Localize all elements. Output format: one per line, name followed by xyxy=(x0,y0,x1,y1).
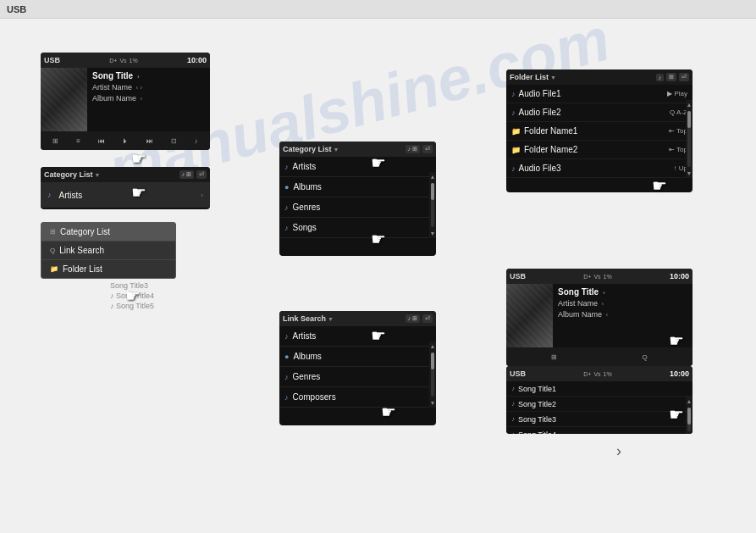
usb-main-screen: USB D+ Vs 1% 10:00 Song Title › Artist N… xyxy=(41,53,210,150)
usb-song-art-overlay xyxy=(506,284,553,347)
usb-controls[interactable]: ⊞ ≡ ⏮ ⏵ ⏭ ⊡ ♪ xyxy=(41,131,210,150)
usb-main-body: Song Title › Artist Name ‹ › Album Name … xyxy=(41,68,210,131)
link-scroll-down[interactable]: ▼ xyxy=(430,398,436,408)
usb-song-controls[interactable]: ⊞ Q xyxy=(506,347,693,366)
link-scroll-up[interactable]: ▲ xyxy=(430,341,436,351)
titles-scroll-up[interactable]: ▲ xyxy=(687,397,693,406)
cat-row-songs[interactable]: ♪ Songs xyxy=(279,218,436,238)
cat-small-artists-item[interactable]: ♪ Artists › xyxy=(41,182,210,208)
folder-scroll-up[interactable]: ▲ xyxy=(687,100,693,109)
usb-song-title: USB xyxy=(510,272,526,280)
link-search-icon: Q xyxy=(50,247,55,254)
dropdown-category-label: Category List xyxy=(60,227,110,236)
cursor-dropdown: ☛ xyxy=(125,286,141,306)
usb-titles-icon3: 1% xyxy=(604,371,612,377)
folder-btn1[interactable]: ♪ xyxy=(656,74,665,81)
artists-row-icon: ♪ xyxy=(284,163,289,171)
link-search-header-right: ♪ ⊞ ⏎ xyxy=(406,314,433,323)
audio1-icon: ♪ xyxy=(511,90,516,98)
folder1-action[interactable]: ⇤ Top xyxy=(669,127,687,135)
link-genres-icon: ♪ xyxy=(284,373,289,381)
usb-song-ctrl1[interactable]: ⊞ xyxy=(551,353,557,361)
cat-row-albums[interactable]: ● Albums xyxy=(279,177,436,197)
audio2-text: Audio File2 xyxy=(519,108,668,117)
song-row-3[interactable]: ♪ Song Title3 xyxy=(506,412,693,427)
folder-list-screen: Folder List ▼ ♪ ⊞ ⏎ ♪ Audio File1 ▶ Play… xyxy=(506,69,693,192)
cat-main-title-group: Category List ▼ xyxy=(283,145,339,153)
usb-song-artist-chevron: ‹ xyxy=(602,300,604,308)
folder-list-body: ♪ Audio File1 ▶ Play ♪ Audio File2 Q A-Z… xyxy=(506,85,693,178)
folder-dropdown-arrow: ▼ xyxy=(550,75,556,81)
cat-main-title: Category List xyxy=(283,145,332,153)
track-info: Song Title › Artist Name ‹ › Album Name … xyxy=(87,68,210,131)
link-row-albums[interactable]: ● Albums xyxy=(279,347,436,367)
usb-titles-body: ♪ Song Title1 ♪ Song Title2 ♪ Song Title… xyxy=(506,381,693,434)
cat-list-small-screen: Category List ▼ ♪ ⊞ ⏎ ♪ Artists › xyxy=(41,167,210,209)
folder-row-audio2[interactable]: ♪ Audio File2 Q A-Z xyxy=(506,103,693,122)
audio1-text: Audio File1 xyxy=(519,89,665,98)
usb-song-track-title: Song Title ‹ xyxy=(558,287,687,297)
cat-row-genres[interactable]: ♪ Genres xyxy=(279,197,436,218)
cursor-cat-small: ☛ xyxy=(131,182,146,203)
folder2-icon: 📁 xyxy=(511,146,521,154)
folder-row-audio1[interactable]: ♪ Audio File1 ▶ Play xyxy=(506,85,693,103)
link-back[interactable]: ⏎ xyxy=(422,314,433,323)
ctrl-source[interactable]: ⊡ xyxy=(171,137,177,145)
folder-scrollbar: ▲ ▼ xyxy=(686,100,693,178)
genres-row-text: Genres xyxy=(293,203,432,212)
usb-titles-title: USB xyxy=(510,369,526,378)
scroll-down-icon[interactable]: ▼ xyxy=(430,229,436,238)
titles-scroll-thumb xyxy=(687,408,691,425)
folder-icon: 📁 xyxy=(50,265,58,273)
dropdown-item-category[interactable]: ⊞ Category List xyxy=(41,223,175,242)
cat-small-btn1[interactable]: ♪ ⊞ xyxy=(179,170,194,179)
song-row-2[interactable]: ♪ Song Title2 xyxy=(506,397,693,412)
usb-titles-screen: USB D+ Vs 1% 10:00 ♪ Song Title1 ♪ Song … xyxy=(506,366,693,434)
folder-row-folder1[interactable]: 📁 Folder Name1 ⇤ Top xyxy=(506,122,693,141)
song-row-4[interactable]: ♪ Song Title4 xyxy=(506,427,693,434)
songs-row-icon: ♪ xyxy=(284,224,289,232)
cat-small-btn2[interactable]: ⏎ xyxy=(196,170,207,179)
dropdown-menu[interactable]: ⊞ Category List Q Link Search 📁 Folder L… xyxy=(41,222,176,279)
link-row-artists[interactable]: ♪ Artists xyxy=(279,326,436,347)
ctrl-prev[interactable]: ⏮ xyxy=(98,137,105,145)
folder2-action[interactable]: ⇤ Top xyxy=(669,146,687,153)
titles-scroll-down[interactable]: ▼ xyxy=(687,433,693,434)
ctrl-play[interactable]: ⏵ xyxy=(122,137,129,145)
cat-main-back[interactable]: ⏎ xyxy=(422,145,433,153)
usb-icon-1: D+ xyxy=(109,58,117,64)
link-search-header: Link Search ▼ ♪ ⊞ ⏎ xyxy=(279,311,436,326)
cat-main-header-right: ♪ ⊞ ⏎ xyxy=(406,145,433,153)
usb-song-album-chevron: ‹ xyxy=(606,311,609,319)
ctrl-menu[interactable]: ≡ xyxy=(76,137,80,145)
cat-main-btn1[interactable]: ♪ ⊞ xyxy=(406,145,420,153)
song1-icon: ♪ xyxy=(511,385,515,392)
song-row-1[interactable]: ♪ Song Title1 xyxy=(506,381,693,397)
usb-titles-icon2: Vs xyxy=(593,371,600,377)
dropdown-item-link[interactable]: Q Link Search xyxy=(41,242,175,260)
dropdown-link-label: Link Search xyxy=(59,246,104,255)
link-albums-icon: ● xyxy=(284,353,289,361)
cat-row-artists[interactable]: ♪ Artists xyxy=(279,157,436,177)
link-btn1[interactable]: ♪ ⊞ xyxy=(406,314,420,323)
artists-icon: ♪ xyxy=(47,191,52,199)
usb-song-ctrl2[interactable]: Q xyxy=(643,353,648,361)
audio2-action[interactable]: Q A-Z xyxy=(670,108,687,116)
folder-btn2[interactable]: ⊞ xyxy=(666,73,676,81)
link-row-composers[interactable]: ♪ Composers xyxy=(279,387,436,408)
ctrl-grid[interactable]: ⊞ xyxy=(52,137,58,145)
folder-back[interactable]: ⏎ xyxy=(679,73,689,81)
folder-scroll-down[interactable]: ▼ xyxy=(687,169,693,178)
cat-main-header: Category List ▼ ♪ ⊞ ⏎ xyxy=(279,142,436,157)
usb-song-title-chevron: ‹ xyxy=(603,289,605,297)
audio1-action[interactable]: ▶ Play xyxy=(667,90,687,97)
genres-row-icon: ♪ xyxy=(284,203,289,212)
album-chevron: ‹ xyxy=(141,95,143,103)
scroll-up-icon[interactable]: ▲ xyxy=(430,172,436,181)
dropdown-item-folder[interactable]: 📁 Folder List xyxy=(41,260,175,278)
ctrl-next[interactable]: ⏭ xyxy=(146,137,153,145)
folder-row-folder2[interactable]: 📁 Folder Name2 ⇤ Top xyxy=(506,141,693,159)
ctrl-music[interactable]: ♪ xyxy=(195,137,198,145)
link-row-genres[interactable]: ♪ Genres xyxy=(279,367,436,387)
folder-scroll-thumb xyxy=(687,111,691,128)
